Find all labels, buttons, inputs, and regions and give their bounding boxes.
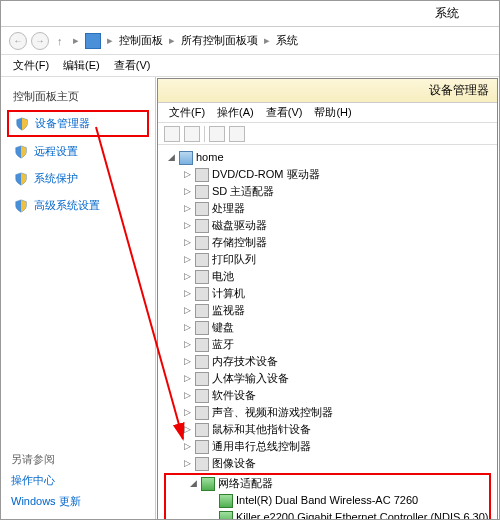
- expand-icon[interactable]: ▷: [182, 200, 192, 217]
- device-category-icon: [195, 457, 209, 471]
- footer-link-windows-update[interactable]: Windows 更新: [11, 494, 81, 509]
- tree-category[interactable]: ▷处理器: [160, 200, 495, 217]
- category-label: 蓝牙: [212, 336, 234, 353]
- breadcrumb[interactable]: 控制面板: [119, 33, 163, 48]
- expand-icon[interactable]: ▷: [182, 268, 192, 285]
- toolbar-forward-icon[interactable]: [184, 126, 200, 142]
- adapter-icon: [219, 511, 233, 520]
- tree-category[interactable]: ▷内存技术设备: [160, 353, 495, 370]
- tree-category[interactable]: ▷软件设备: [160, 387, 495, 404]
- left-sidebar: 控制面板主页 设备管理器远程设置系统保护高级系统设置 另请参阅 操作中心 Win…: [1, 77, 156, 520]
- expand-icon[interactable]: ▷: [182, 183, 192, 200]
- forward-button[interactable]: →: [31, 32, 49, 50]
- device-label: Killer e2200 Gigabit Ethernet Controller…: [236, 509, 489, 519]
- tree-category[interactable]: ▷键盘: [160, 319, 495, 336]
- toolbar-back-icon[interactable]: [164, 126, 180, 142]
- devmgr-menu-action[interactable]: 操作(A): [212, 104, 259, 121]
- expand-icon[interactable]: ▷: [182, 302, 192, 319]
- tree-category[interactable]: ▷图像设备: [160, 455, 495, 472]
- category-label: DVD/CD-ROM 驱动器: [212, 166, 320, 183]
- device-category-icon: [195, 355, 209, 369]
- tree-category[interactable]: ▷监视器: [160, 302, 495, 319]
- devmgr-menu-help[interactable]: 帮助(H): [309, 104, 356, 121]
- tree-device[interactable]: Intel(R) Dual Band Wireless-AC 7260: [166, 492, 489, 509]
- category-label: 存储控制器: [212, 234, 267, 251]
- device-category-icon: [195, 338, 209, 352]
- device-category-icon: [195, 236, 209, 250]
- adapter-icon: [219, 494, 233, 508]
- footer-heading: 另请参阅: [11, 452, 81, 467]
- tree-category[interactable]: ▷磁盘驱动器: [160, 217, 495, 234]
- expand-icon[interactable]: ▷: [182, 353, 192, 370]
- tree-category[interactable]: ▷人体学输入设备: [160, 370, 495, 387]
- menu-edit[interactable]: 编辑(E): [57, 56, 106, 75]
- tree-category[interactable]: ▷电池: [160, 268, 495, 285]
- tree-device[interactable]: Killer e2200 Gigabit Ethernet Controller…: [166, 509, 489, 519]
- menu-view[interactable]: 查看(V): [108, 56, 157, 75]
- expand-icon[interactable]: ▷: [182, 421, 192, 438]
- device-category-icon: [195, 219, 209, 233]
- shield-icon: [15, 117, 29, 131]
- tree-category[interactable]: ▷鼠标和其他指针设备: [160, 421, 495, 438]
- category-label: 电池: [212, 268, 234, 285]
- category-label: 人体学输入设备: [212, 370, 289, 387]
- category-label: 监视器: [212, 302, 245, 319]
- sidebar-item[interactable]: 远程设置: [7, 139, 149, 164]
- expand-icon[interactable]: ▷: [182, 438, 192, 455]
- sidebar-item-label: 系统保护: [34, 171, 78, 186]
- tree-category[interactable]: ▷声音、视频和游戏控制器: [160, 404, 495, 421]
- toolbar-scan-icon[interactable]: [229, 126, 245, 142]
- sidebar-item-label: 设备管理器: [35, 116, 90, 131]
- devmgr-title: 设备管理器: [429, 82, 489, 99]
- category-label: 计算机: [212, 285, 245, 302]
- expand-icon[interactable]: ▷: [182, 455, 192, 472]
- category-label: 键盘: [212, 319, 234, 336]
- expand-icon[interactable]: ▷: [182, 370, 192, 387]
- sidebar-item-label: 高级系统设置: [34, 198, 100, 213]
- expand-icon[interactable]: ▷: [182, 319, 192, 336]
- back-button[interactable]: ←: [9, 32, 27, 50]
- footer-link-action-center[interactable]: 操作中心: [11, 473, 81, 488]
- category-label: SD 主适配器: [212, 183, 274, 200]
- device-manager-window: 设备管理器 文件(F) 操作(A) 查看(V) 帮助(H) ◢ home ▷DV…: [157, 78, 498, 520]
- tree-category[interactable]: ▷打印队列: [160, 251, 495, 268]
- sidebar-item[interactable]: 设备管理器: [7, 110, 149, 137]
- menu-file[interactable]: 文件(F): [7, 56, 55, 75]
- tree-category-network[interactable]: ◢网络适配器: [166, 475, 489, 492]
- expand-icon[interactable]: ▷: [182, 217, 192, 234]
- device-category-icon: [195, 389, 209, 403]
- breadcrumb[interactable]: 系统: [276, 33, 298, 48]
- expand-icon[interactable]: ▷: [182, 336, 192, 353]
- tree-category[interactable]: ▷通用串行总线控制器: [160, 438, 495, 455]
- expand-icon[interactable]: ▷: [182, 251, 192, 268]
- device-tree[interactable]: ◢ home ▷DVD/CD-ROM 驱动器▷SD 主适配器▷处理器▷磁盘驱动器…: [158, 145, 497, 519]
- tree-category[interactable]: ▷蓝牙: [160, 336, 495, 353]
- expand-icon[interactable]: ▷: [182, 404, 192, 421]
- tree-category[interactable]: ▷计算机: [160, 285, 495, 302]
- expand-icon[interactable]: ▷: [182, 387, 192, 404]
- tree-category[interactable]: ▷SD 主适配器: [160, 183, 495, 200]
- expand-icon[interactable]: ▷: [182, 285, 192, 302]
- devmgr-menu-file[interactable]: 文件(F): [164, 104, 210, 121]
- collapse-icon[interactable]: ◢: [188, 475, 198, 492]
- control-panel-icon: [85, 33, 101, 49]
- breadcrumb[interactable]: 所有控制面板项: [181, 33, 258, 48]
- up-button[interactable]: ↑: [53, 35, 67, 47]
- sidebar-item[interactable]: 高级系统设置: [7, 193, 149, 218]
- expand-icon[interactable]: ▷: [182, 166, 192, 183]
- tree-category[interactable]: ▷存储控制器: [160, 234, 495, 251]
- root-label: home: [196, 149, 224, 166]
- category-label: 通用串行总线控制器: [212, 438, 311, 455]
- devmgr-menu-view[interactable]: 查看(V): [261, 104, 308, 121]
- separator-icon: ▸: [71, 34, 81, 47]
- device-category-icon: [195, 253, 209, 267]
- collapse-icon[interactable]: ◢: [166, 149, 176, 166]
- tree-category[interactable]: ▷DVD/CD-ROM 驱动器: [160, 166, 495, 183]
- expand-icon[interactable]: ▷: [182, 234, 192, 251]
- toolbar-properties-icon[interactable]: [209, 126, 225, 142]
- sidebar-item[interactable]: 系统保护: [7, 166, 149, 191]
- device-category-icon: [195, 406, 209, 420]
- tree-root[interactable]: ◢ home: [160, 149, 495, 166]
- computer-icon: [179, 151, 193, 165]
- category-label: 打印队列: [212, 251, 256, 268]
